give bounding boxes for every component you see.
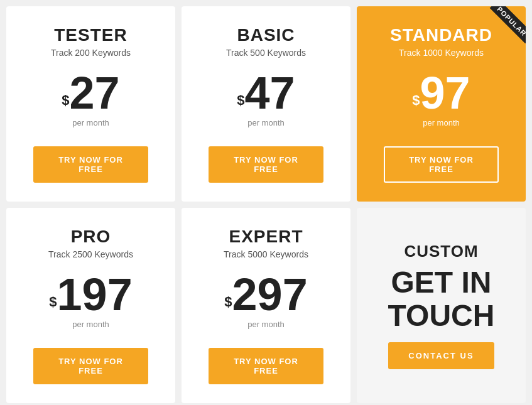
price-period-basic: per month — [237, 118, 295, 127]
plan-keywords-tester: Track 200 Keywords — [19, 48, 163, 58]
plan-card-tester: TESTER Track 200 Keywords $27 per month … — [6, 6, 175, 202]
price-period-standard: per month — [412, 118, 470, 127]
try-now-button-pro[interactable]: TRY NOW FOR FREE — [33, 348, 148, 384]
price-dollar-standard: $ — [412, 92, 420, 108]
price-period-tester: per month — [62, 118, 119, 127]
price-block-expert: $297 per month — [224, 272, 307, 329]
plan-keywords-pro: Track 2500 Keywords — [19, 249, 163, 259]
plan-name-tester: TESTER — [19, 25, 163, 45]
try-now-button-standard[interactable]: TRY NOW FOR FREE — [384, 146, 499, 183]
custom-get-in-touch: GET IN TOUCH — [369, 266, 513, 333]
try-now-button-basic[interactable]: TRY NOW FOR FREE — [209, 146, 323, 183]
price-dollar-expert: $ — [224, 294, 232, 310]
plan-top-tester: TESTER Track 200 Keywords — [19, 25, 163, 58]
price-dollar-pro: $ — [49, 294, 57, 310]
custom-content: CUSTOM GET IN TOUCH CONTACT US — [369, 227, 513, 384]
plan-card-standard: POPULAR STANDARD Track 1000 Keywords $97… — [357, 6, 526, 202]
price-amount-standard: 97 — [420, 68, 470, 118]
plan-name-pro: PRO — [19, 227, 163, 247]
price-block-tester: $27 per month — [62, 70, 119, 127]
pricing-grid: TESTER Track 200 Keywords $27 per month … — [6, 6, 526, 403]
price-amount-expert: 297 — [232, 269, 308, 320]
plan-card-custom: CUSTOM GET IN TOUCH CONTACT US — [357, 208, 526, 403]
contact-us-button[interactable]: CONTACT US — [388, 342, 494, 369]
popular-badge: POPULAR — [482, 6, 526, 50]
price-block-pro: $197 per month — [49, 272, 132, 329]
plan-top-basic: BASIC Track 500 Keywords — [194, 25, 338, 58]
price-block-basic: $47 per month — [237, 70, 295, 127]
price-amount-basic: 47 — [245, 68, 295, 118]
plan-top-pro: PRO Track 2500 Keywords — [19, 227, 163, 259]
custom-plan-name: CUSTOM — [404, 242, 478, 261]
try-now-button-tester[interactable]: TRY NOW FOR FREE — [33, 146, 148, 183]
price-amount-pro: 197 — [57, 269, 133, 320]
plan-card-pro: PRO Track 2500 Keywords $197 per month T… — [6, 208, 175, 403]
price-dollar-basic: $ — [237, 92, 244, 108]
plan-name-basic: BASIC — [194, 25, 338, 45]
plan-keywords-basic: Track 500 Keywords — [194, 48, 338, 58]
popular-badge-label: POPULAR — [490, 6, 526, 43]
price-period-expert: per month — [224, 320, 307, 329]
price-amount-tester: 27 — [70, 68, 120, 118]
plan-top-expert: EXPERT Track 5000 Keywords — [194, 227, 338, 259]
plan-name-expert: EXPERT — [194, 227, 338, 247]
plan-keywords-expert: Track 5000 Keywords — [194, 249, 338, 259]
plan-card-expert: EXPERT Track 5000 Keywords $297 per mont… — [182, 208, 350, 403]
price-block-standard: $97 per month — [412, 70, 470, 127]
plan-card-basic: BASIC Track 500 Keywords $47 per month T… — [182, 6, 350, 202]
price-period-pro: per month — [49, 320, 132, 329]
price-dollar-tester: $ — [62, 92, 69, 108]
try-now-button-expert[interactable]: TRY NOW FOR FREE — [209, 348, 323, 384]
